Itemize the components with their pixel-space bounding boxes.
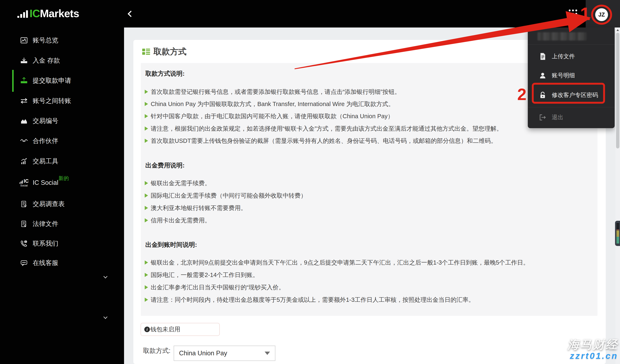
sidebar-item-label: 入金 存款	[33, 56, 60, 65]
bullet-row: 国际电汇，一般需要2-14个工作日到账。	[145, 271, 591, 279]
lock-icon	[539, 91, 547, 99]
scrollbar-up-arrow-icon[interactable]	[617, 29, 619, 31]
logo-text-markets: Markets	[40, 7, 79, 19]
menu-item-change-password[interactable]: 修改客户专区密码	[528, 90, 615, 100]
handshake-icon	[20, 138, 28, 144]
bullet-triangle-icon	[145, 206, 148, 210]
bullet-triangle-icon	[145, 102, 148, 106]
overview-icon	[20, 37, 28, 44]
legal-document-icon	[20, 221, 28, 227]
bullet-row: 首次取款需登记银行账号信息，或者需要添加银行取款账号信息，请点击“添加银行明细”…	[145, 88, 591, 96]
menu-item-upload-files[interactable]: 上传文件	[528, 51, 615, 62]
bullet-triangle-icon	[145, 298, 148, 302]
deposit-icon	[20, 57, 28, 64]
menu-item-label: 上传文件	[552, 52, 575, 60]
section-heading: 取款方式说明:	[145, 69, 352, 78]
sidebar-item-label: 账号之间转账	[33, 96, 71, 105]
bullet-triangle-icon	[145, 90, 148, 94]
menu-item-label: 账号明细	[552, 72, 575, 79]
bullet-triangle-icon	[145, 114, 148, 118]
bullet-row: 银联出金无需手续费。	[145, 179, 591, 187]
sidebar-item-partners[interactable]: 合作伙伴	[0, 135, 124, 147]
transfer-icon	[20, 98, 28, 104]
bullet-row: 银联出金，北京时间9点前提交出金申请则当天下午汇出，9点之后提交申请第二天下午汇…	[145, 258, 591, 267]
watermark-url: zzrt01.cn	[538, 351, 618, 361]
withdraw-method-select[interactable]: China Union Pay	[174, 346, 275, 361]
bullet-text: 首次取款需登记银行账号信息，或者需要添加银行取款账号信息，请点击“添加银行明细”…	[151, 88, 401, 96]
bullet-triangle-icon	[145, 139, 148, 143]
bullet-row: 信用卡出金无需费用。	[145, 216, 591, 225]
logout-icon	[539, 114, 547, 121]
bullet-row: 首次取款USDT需要上传钱包身份验证的截屏（需显示账号持有人的姓名、身份证号码、…	[145, 137, 591, 145]
phone-icon	[20, 240, 28, 247]
file-icon	[539, 53, 547, 60]
bullet-text: 首次取款USDT需要上传钱包身份验证的截屏（需显示账号持有人的姓名、身份证号码、…	[151, 137, 497, 145]
bullet-text: 请注意：同个时间段内，待处理出金总额度等于5万美金或以上，需要额外1-3工作日人…	[151, 296, 474, 304]
bullet-text: 信用卡出金无需费用。	[151, 216, 211, 225]
bullet-text: 国际电汇，一般需要2-14个工作日到账。	[151, 271, 259, 279]
bullet-triangle-icon	[145, 194, 148, 197]
sidebar-item-label: 交易工具	[33, 157, 58, 166]
menu-item-label: 修改客户专区密码	[552, 91, 598, 99]
bullet-row: 请注意，根据我们的出金政策规定，如若选择使用“银联卡入金”方式，需要先由该方式出…	[145, 124, 591, 133]
sidebar-item-label: 联系我们	[33, 239, 58, 248]
menu-divider	[528, 107, 615, 107]
sidebar-item-transfer-between-accounts[interactable]: 账号之间转账	[0, 95, 124, 107]
sidebar-item-contact-us[interactable]: 联系我们	[0, 237, 124, 250]
active-item-indicator	[12, 70, 14, 92]
bullet-text: 针对中国客户取款，由于电汇取款国内可能不给入账，请使用银联取款（China Un…	[151, 112, 394, 120]
bullet-text: 银联出金，北京时间9点前提交出金申请则当天下午汇出，9点之后提交申请第二天下午汇…	[151, 258, 529, 267]
bullet-text: China Union Pay 为中国银联取款方式，Bank Transfer,…	[151, 100, 394, 108]
page-title: 取款方式	[153, 46, 186, 57]
sidebar-item-withdrawal-request[interactable]: 提交取款申请	[0, 75, 124, 87]
bullet-text: 国际电汇出金无需手续费（中间行可能会额外收取中转费）	[151, 191, 307, 200]
sidebar-item-trading-tools[interactable]: 交易工具	[0, 155, 124, 167]
menu-item-label: 退出	[552, 113, 563, 121]
withdraw-method-label: 取款方式:	[143, 347, 170, 355]
menu-divider	[528, 45, 615, 45]
sidebar-item-label: 合作伙伴	[33, 137, 58, 145]
survey-document-icon	[20, 201, 28, 207]
ic-markets-logo[interactable]: IC Markets	[17, 7, 79, 19]
bullet-row: 针对中国客户取款，由于电汇取款国内可能不给入账，请使用银联取款（China Un…	[145, 112, 591, 120]
scrollbar-thumb[interactable]	[616, 33, 619, 148]
bullet-row: 请注意：同个时间段内，待处理出金总额度等于5万美金或以上，需要额外1-3工作日人…	[145, 296, 591, 304]
sidebar-item-live-chat[interactable]: 在线客服	[0, 257, 124, 269]
sidebar-item-label: 交易调查表	[33, 200, 65, 208]
bullet-text: 出金汇率参考汇出日当天中国银行的“现钞买入价。	[151, 283, 285, 291]
section-heading: 出金到账时间说明:	[145, 241, 352, 249]
sidebar-item-account-overview[interactable]: 账号总览	[0, 34, 124, 46]
sidebar-item-label: 在线客服	[33, 258, 58, 267]
bullet-triangle-icon	[145, 126, 148, 131]
bullet-triangle-icon	[145, 218, 148, 222]
sidebar-item-legal-documents[interactable]: 法律文件	[0, 218, 124, 230]
person-icon	[539, 72, 547, 79]
chat-bubble-icon	[20, 260, 28, 266]
apps-grid-icon[interactable]	[569, 10, 577, 18]
sidebar-item-label: 提交取款申请	[33, 76, 71, 85]
bullet-text: 请注意，根据我们的出金政策规定，如若选择使用“银联卡入金”方式，需要先由该方式出…	[151, 124, 502, 133]
menu-item-logout[interactable]: 退出	[528, 112, 615, 123]
user-dropdown-menu: 上传文件 账号明细 修改客户专区密码 退出	[528, 28, 615, 128]
bullet-triangle-icon	[145, 181, 148, 185]
list-grid-icon	[142, 48, 150, 55]
avatar[interactable]: JZ	[595, 8, 608, 21]
sidebar-item-label: 账号总览	[33, 36, 58, 45]
menu-item-account-details[interactable]: 账号明细	[528, 70, 615, 81]
watermark-brand: 海马财经	[538, 337, 618, 353]
bullet-triangle-icon	[145, 273, 148, 277]
sidebar-item-trading-survey[interactable]: 交易调查表	[0, 198, 124, 210]
bullet-row: 国际电汇出金无需手续费（中间行可能会额外收取中转费）	[145, 191, 591, 200]
bullet-row: 澳大利亚本地银行转账不需要费用。	[145, 204, 591, 212]
scroll-minimap-widget	[615, 221, 620, 246]
bullet-text: 银联出金无需手续费。	[151, 179, 211, 187]
bullet-triangle-icon	[145, 285, 148, 289]
wallet-disabled-notice: i 钱包未启用	[140, 323, 220, 336]
bullet-text: 澳大利亚本地银行转账不需要费用。	[151, 204, 247, 212]
masked-username	[538, 32, 587, 41]
ic-social-logo-icon: IC Social	[20, 179, 28, 187]
sidebar-item-trade-numbers[interactable]: 交易编号	[0, 115, 124, 127]
bullet-row: China Union Pay 为中国银联取款方式，Bank Transfer,…	[145, 100, 591, 108]
sidebar-item-deposit[interactable]: 入金 存款	[0, 54, 124, 67]
sidebar-item-label: 交易编号	[33, 117, 58, 125]
